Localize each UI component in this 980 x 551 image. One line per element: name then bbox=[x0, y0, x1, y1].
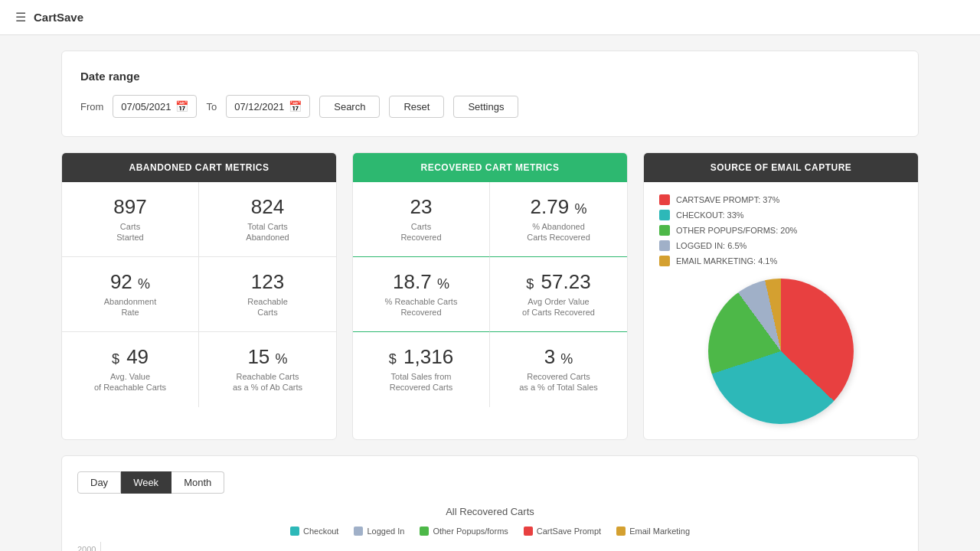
pct-abandoned-recovered-value: 2.79 % bbox=[498, 196, 619, 218]
avg-order-value-label: Avg Order Valueof Carts Recovered bbox=[498, 296, 619, 318]
metrics-grid: ABANDONED CART METRICS 897 CartsStarted … bbox=[61, 152, 919, 440]
email-capture-legend: CARTSAVE PROMPT: 37% CHECKOUT: 33% OTHER… bbox=[644, 182, 918, 266]
abandonment-rate-label: AbandonmentRate bbox=[70, 296, 191, 318]
legend-label-checkout: CHECKOUT: 33% bbox=[676, 210, 744, 220]
reset-button[interactable]: Reset bbox=[389, 96, 444, 118]
to-label: To bbox=[206, 101, 217, 112]
pie-chart-container bbox=[644, 271, 918, 439]
chart-title: All Recovered Carts bbox=[77, 506, 903, 517]
from-date-input[interactable]: 07/05/2021 📅 bbox=[113, 95, 197, 118]
chart-legend-popups: Other Popups/forms bbox=[420, 527, 508, 536]
legend-dot-cartsave bbox=[659, 194, 670, 205]
pie-chart-visual bbox=[708, 279, 854, 424]
recovered-cart-card: RECOVERED CART METRICS 23 CartsRecovered… bbox=[352, 152, 628, 440]
legend-label-cartsave: CARTSAVE PROMPT: 37% bbox=[676, 195, 779, 204]
legend-item-checkout: CHECKOUT: 33% bbox=[659, 210, 903, 220]
legend-item-logged-in: LOGGED IN: 6.5% bbox=[659, 240, 903, 251]
chart-legend-dot-logged bbox=[354, 527, 363, 536]
chart-legend-label-email: Email Marketing bbox=[629, 527, 690, 536]
settings-button[interactable]: Settings bbox=[453, 96, 518, 118]
chart-legend-label-logged: Logged In bbox=[367, 527, 404, 536]
email-capture-header: SOURCE OF EMAIL CAPTURE bbox=[644, 153, 918, 182]
chart-legend-logged: Logged In bbox=[354, 527, 404, 536]
menu-icon: ☰ bbox=[15, 10, 26, 24]
reachable-carts-label: ReachableCarts bbox=[207, 296, 328, 318]
chart-area-wrapper: 2000 bbox=[77, 542, 903, 551]
search-button[interactable]: Search bbox=[319, 96, 380, 118]
chart-legend-dot-checkout bbox=[290, 527, 299, 536]
legend-label-email-marketing: EMAIL MARKETING: 4.1% bbox=[676, 256, 777, 266]
metric-cell-avg-order-value: $ 57.23 Avg Order Valueof Carts Recovere… bbox=[490, 257, 627, 332]
recovered-cart-header: RECOVERED CART METRICS bbox=[353, 153, 627, 182]
reachable-pct-value: 15 % bbox=[207, 346, 328, 368]
legend-dot-popups bbox=[659, 225, 670, 236]
metric-cell-total-sales: $ 1,316 Total Sales fromRecovered Carts bbox=[353, 332, 490, 406]
legend-item-popups: OTHER POPUPS/FORMS: 20% bbox=[659, 225, 903, 236]
total-sales-value: $ 1,316 bbox=[361, 346, 482, 368]
metric-cell-pct-abandoned-recovered: 2.79 % % AbandonedCarts Recovered bbox=[490, 182, 627, 257]
total-sales-label: Total Sales fromRecovered Carts bbox=[361, 371, 482, 393]
metric-cell-abandonment-rate: 92 % AbandonmentRate bbox=[62, 257, 199, 332]
from-label: From bbox=[80, 101, 103, 112]
metric-cell-reachable-recovered: 18.7 % % Reachable CartsRecovered bbox=[353, 257, 490, 332]
chart-y-label: 2000 bbox=[77, 542, 96, 551]
app-header: ☰ CartSave bbox=[0, 0, 980, 35]
reachable-pct-label: Reachable Cartsas a % of Ab Carts bbox=[207, 371, 328, 393]
legend-item-email-marketing: EMAIL MARKETING: 4.1% bbox=[659, 256, 903, 266]
carts-recovered-value: 23 bbox=[361, 196, 482, 218]
chart-legend-checkout: Checkout bbox=[290, 527, 338, 536]
abandoned-cart-header: ABANDONED CART METRICS bbox=[62, 153, 336, 182]
metric-cell-reachable-pct: 15 % Reachable Cartsas a % of Ab Carts bbox=[199, 332, 336, 406]
period-tabs: Day Week Month bbox=[77, 471, 903, 494]
chart-legend: Checkout Logged In Other Popups/forms Ca… bbox=[77, 527, 903, 536]
from-date-value: 07/05/2021 bbox=[121, 101, 171, 112]
total-carts-abandoned-value: 824 bbox=[207, 196, 328, 218]
abandoned-cart-card: ABANDONED CART METRICS 897 CartsStarted … bbox=[61, 152, 337, 440]
chart-legend-email: Email Marketing bbox=[616, 527, 690, 536]
reachable-recovered-value: 18.7 % bbox=[361, 271, 482, 293]
abandonment-rate-value: 92 % bbox=[70, 271, 191, 293]
chart-legend-label-cartsave: CartSave Prompt bbox=[537, 527, 601, 536]
reachable-recovered-label: % Reachable CartsRecovered bbox=[361, 296, 482, 318]
pct-abandoned-recovered-label: % AbandonedCarts Recovered bbox=[498, 221, 619, 243]
app-title: CartSave bbox=[34, 11, 83, 24]
avg-order-value-value: $ 57.23 bbox=[498, 271, 619, 293]
to-date-value: 07/12/2021 bbox=[234, 101, 284, 112]
carts-recovered-label: CartsRecovered bbox=[361, 221, 482, 243]
chart-legend-label-popups: Other Popups/forms bbox=[433, 527, 508, 536]
abandoned-metrics-grid: 897 CartsStarted 824 Total CartsAbandone… bbox=[62, 182, 336, 407]
metric-cell-avg-value: $ 49 Avg. Valueof Reachable Carts bbox=[62, 332, 199, 406]
carts-started-label: CartsStarted bbox=[70, 221, 191, 243]
legend-dot-email-marketing bbox=[659, 256, 670, 266]
legend-dot-logged-in bbox=[659, 240, 670, 251]
reachable-carts-value: 123 bbox=[207, 271, 328, 293]
tab-month[interactable]: Month bbox=[172, 471, 224, 494]
carts-started-value: 897 bbox=[70, 196, 191, 218]
bottom-chart-card: Day Week Month All Recovered Carts Check… bbox=[61, 455, 919, 551]
metric-cell-total-carts-abandoned: 824 Total CartsAbandoned bbox=[199, 182, 336, 257]
metric-cell-carts-recovered: 23 CartsRecovered bbox=[353, 182, 490, 257]
metric-cell-carts-started: 897 CartsStarted bbox=[62, 182, 199, 257]
to-date-input[interactable]: 07/12/2021 📅 bbox=[226, 95, 310, 118]
tab-day[interactable]: Day bbox=[77, 471, 121, 494]
avg-value-value: $ 49 bbox=[70, 346, 191, 368]
chart-legend-cartsave: CartSave Prompt bbox=[524, 527, 601, 536]
calendar-icon-from: 📅 bbox=[175, 100, 188, 112]
main-content: Date range From 07/05/2021 📅 To 07/12/20… bbox=[0, 35, 980, 551]
recovered-pct-total-label: Recovered Cartsas a % of Total Sales bbox=[498, 371, 619, 393]
tab-week[interactable]: Week bbox=[121, 471, 172, 494]
chart-legend-label-checkout: Checkout bbox=[303, 527, 338, 536]
legend-label-popups: OTHER POPUPS/FORMS: 20% bbox=[676, 226, 797, 235]
total-carts-abandoned-label: Total CartsAbandoned bbox=[207, 221, 328, 243]
chart-legend-dot-email bbox=[616, 527, 626, 536]
recovered-metrics-grid: 23 CartsRecovered 2.79 % % AbandonedCart… bbox=[353, 182, 627, 407]
chart-area bbox=[100, 542, 903, 551]
metric-cell-recovered-pct-total: 3 % Recovered Cartsas a % of Total Sales bbox=[490, 332, 627, 406]
legend-label-logged-in: LOGGED IN: 6.5% bbox=[676, 241, 746, 250]
legend-item-cartsave: CARTSAVE PROMPT: 37% bbox=[659, 194, 903, 205]
recovered-pct-total-value: 3 % bbox=[498, 346, 619, 368]
date-range-card: Date range From 07/05/2021 📅 To 07/12/20… bbox=[61, 51, 919, 137]
chart-legend-dot-cartsave bbox=[524, 527, 533, 536]
metric-cell-reachable-carts: 123 ReachableCarts bbox=[199, 257, 336, 332]
legend-dot-checkout bbox=[659, 210, 670, 220]
